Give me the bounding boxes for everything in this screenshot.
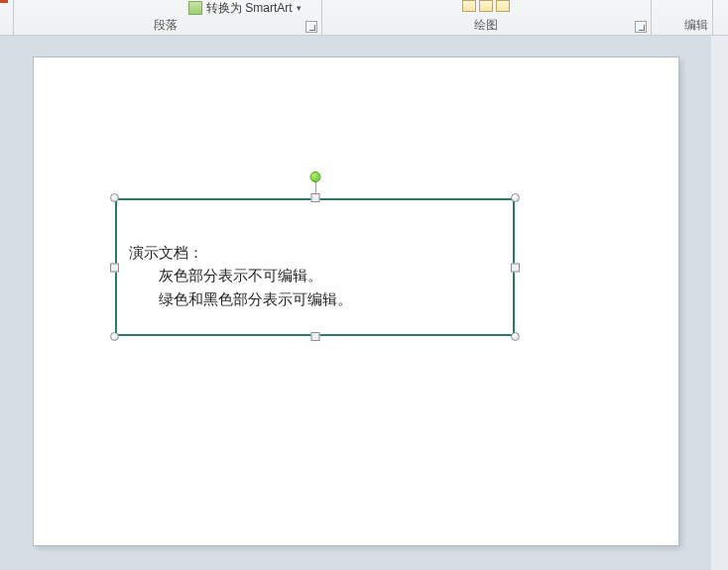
textbox-frame[interactable]: 演示文档： 灰色部分表示不可编辑。 绿色和黑色部分表示可编辑。 [115,198,515,336]
resize-handle-r[interactable] [511,263,520,272]
vertical-scrollbar[interactable] [711,36,728,570]
group-divider [13,0,14,35]
resize-handle-tl[interactable] [110,193,119,202]
drawing-gallery-controls[interactable] [462,0,510,12]
group-divider [651,0,652,35]
group-divider [712,0,713,35]
textbox-content[interactable]: 演示文档： 灰色部分表示不可编辑。 绿色和黑色部分表示可编辑。 [129,242,501,311]
group-label-editing: 编辑 [684,17,708,34]
resize-handle-b[interactable] [310,332,319,341]
ribbon-partial-top [0,0,728,3]
group-divider [321,0,322,35]
drawing-dialog-launcher[interactable] [635,21,647,33]
gallery-up-icon[interactable] [462,0,476,12]
selected-textbox[interactable]: 演示文档： 灰色部分表示不可编辑。 绿色和黑色部分表示可编辑。 [115,198,515,336]
slide-canvas[interactable]: 演示文档： 灰色部分表示不可编辑。 绿色和黑色部分表示可编辑。 [34,57,678,545]
chevron-down-icon: ▾ [297,3,302,13]
ribbon: 转换为 SmartArt ▾ 段落 绘图 编辑 [0,0,728,36]
resize-handle-br[interactable] [511,332,520,341]
gallery-more-icon[interactable] [496,0,510,12]
group-label-drawing: 绘图 [474,17,498,34]
group-label-paragraph: 段落 [154,17,178,34]
paragraph-dialog-launcher[interactable] [305,21,317,33]
text-line[interactable]: 绿色和黑色部分表示可编辑。 [129,288,501,311]
text-line[interactable]: 灰色部分表示不可编辑。 [129,265,501,287]
resize-handle-t[interactable] [310,193,319,202]
resize-handle-tr[interactable] [511,193,520,202]
smartart-icon [188,1,202,15]
convert-to-smartart-button[interactable]: 转换为 SmartArt ▾ [188,0,302,16]
slide-workspace[interactable]: 演示文档： 灰色部分表示不可编辑。 绿色和黑色部分表示可编辑。 [0,36,728,570]
gallery-down-icon[interactable] [479,0,493,12]
resize-handle-bl[interactable] [110,332,119,341]
resize-handle-l[interactable] [110,263,119,272]
rotate-handle[interactable] [309,171,320,182]
smartart-label: 转换为 SmartArt [206,0,293,17]
text-line[interactable]: 演示文档： [129,242,501,265]
